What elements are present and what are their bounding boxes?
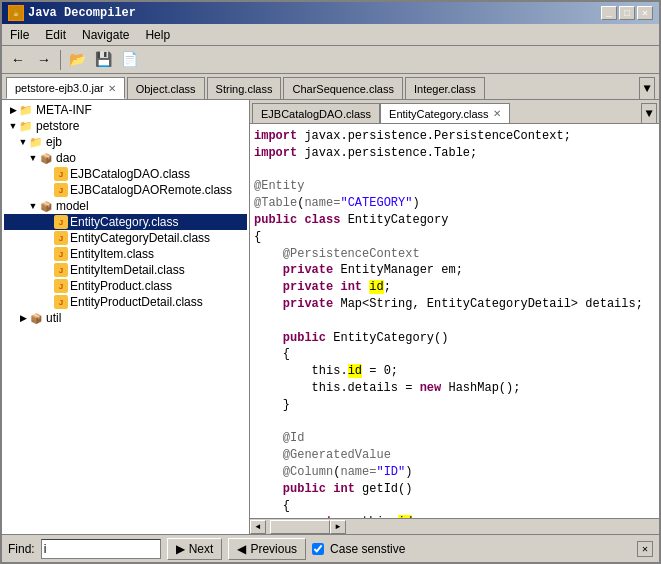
outer-tab-integer[interactable]: Integer.class bbox=[405, 77, 485, 99]
tree-label-entitycategorydetail: EntityCategoryDetail.class bbox=[70, 231, 210, 245]
scroll-right-button[interactable]: ► bbox=[330, 520, 346, 534]
code-line-20: @GeneratedValue bbox=[254, 447, 655, 464]
tree-item-ejbcatalogdaoremote[interactable]: J EJBCatalogDAORemote.class bbox=[4, 182, 247, 198]
maximize-button[interactable]: □ bbox=[619, 6, 635, 20]
code-line-14: { bbox=[254, 346, 655, 363]
tree-label-petstore: petstore bbox=[36, 119, 79, 133]
outer-tab-charsequence-label: CharSequence.class bbox=[292, 83, 394, 95]
inner-tab-entitycategory[interactable]: EntityCategory.class ✕ bbox=[380, 103, 509, 123]
menu-help[interactable]: Help bbox=[141, 27, 174, 43]
outer-tab-object[interactable]: Object.class bbox=[127, 77, 205, 99]
outer-tab-string[interactable]: String.class bbox=[207, 77, 282, 99]
toggle-util[interactable]: ▶ bbox=[18, 313, 28, 323]
java-icon-entityproductdetail: J bbox=[54, 295, 68, 309]
code-line-18 bbox=[254, 414, 655, 431]
code-line-8: @PersistenceContext bbox=[254, 246, 655, 263]
toolbar-separator bbox=[60, 50, 61, 70]
horizontal-scrollbar[interactable]: ◄ ► bbox=[250, 518, 659, 534]
java-icon-ejbcatalogdaoremote: J bbox=[54, 183, 68, 197]
outer-tab-charsequence[interactable]: CharSequence.class bbox=[283, 77, 403, 99]
folder-icon-ejb: 📁 bbox=[28, 135, 44, 149]
tree-item-entityproduct[interactable]: J EntityProduct.class bbox=[4, 278, 247, 294]
code-line-3 bbox=[254, 162, 655, 179]
code-line-15: this.id = 0; bbox=[254, 363, 655, 380]
tree-item-util[interactable]: ▶ 📦 util bbox=[4, 310, 247, 326]
scroll-thumb-h[interactable] bbox=[270, 520, 330, 534]
window-title: Java Decompiler bbox=[28, 6, 136, 20]
tree-label-metainf: META-INF bbox=[36, 103, 92, 117]
toggle-model[interactable]: ▼ bbox=[28, 201, 38, 211]
tree-item-entityproductdetail[interactable]: J EntityProductDetail.class bbox=[4, 294, 247, 310]
left-panel: ▶ 📁 META-INF ▼ 📁 petstore ▼ 📁 ejb bbox=[2, 100, 250, 534]
tree-item-ejb[interactable]: ▼ 📁 ejb bbox=[4, 134, 247, 150]
menu-file[interactable]: File bbox=[6, 27, 33, 43]
tree-item-entitycategorydetail[interactable]: J EntityCategoryDetail.class bbox=[4, 230, 247, 246]
code-line-7: { bbox=[254, 229, 655, 246]
tree-item-entitycategory[interactable]: J EntityCategory.class bbox=[4, 214, 247, 230]
java-icon-entitycategory: J bbox=[54, 215, 68, 229]
menu-edit[interactable]: Edit bbox=[41, 27, 70, 43]
tree-item-dao[interactable]: ▼ 📦 dao bbox=[4, 150, 247, 166]
code-line-9: private EntityManager em; bbox=[254, 262, 655, 279]
outer-tab-jar-close[interactable]: ✕ bbox=[108, 83, 116, 94]
code-line-6: public class EntityCategory bbox=[254, 212, 655, 229]
tree-item-entityitemdetail[interactable]: J EntityItemDetail.class bbox=[4, 262, 247, 278]
pkg-icon-model: 📦 bbox=[38, 199, 54, 213]
toggle-ejb[interactable]: ▼ bbox=[18, 137, 28, 147]
inner-tab-ejbcatalogdao[interactable]: EJBCatalogDAO.class bbox=[252, 103, 380, 123]
inner-tab-entitycategory-close[interactable]: ✕ bbox=[493, 108, 501, 119]
tree-item-entityitem[interactable]: J EntityItem.class bbox=[4, 246, 247, 262]
tree-item-ejbcatalogdao[interactable]: J EJBCatalogDAO.class bbox=[4, 166, 247, 182]
title-bar-buttons: _ □ ✕ bbox=[601, 6, 653, 20]
outer-tab-jar-label: petstore-ejb3.0.jar bbox=[15, 82, 104, 94]
code-line-19: @Id bbox=[254, 430, 655, 447]
code-line-2: import javax.persistence.Table; bbox=[254, 145, 655, 162]
tree-item-petstore[interactable]: ▼ 📁 petstore bbox=[4, 118, 247, 134]
title-bar-left: ☕ Java Decompiler bbox=[8, 5, 136, 21]
menu-navigate[interactable]: Navigate bbox=[78, 27, 133, 43]
toggle-dao[interactable]: ▼ bbox=[28, 153, 38, 163]
folder-icon-petstore: 📁 bbox=[18, 119, 34, 133]
java-icon-ejbcatalogdao: J bbox=[54, 167, 68, 181]
find-bar-close-button[interactable]: ✕ bbox=[637, 541, 653, 557]
pkg-icon-dao: 📦 bbox=[38, 151, 54, 165]
outer-tab-integer-label: Integer.class bbox=[414, 83, 476, 95]
toolbar: ← → 📂 💾 📄 bbox=[2, 46, 659, 74]
inner-tab-ejbcatalogdao-label: EJBCatalogDAO.class bbox=[261, 108, 371, 120]
next-button[interactable]: ▶ Next bbox=[167, 538, 223, 560]
menu-bar: File Edit Navigate Help bbox=[2, 24, 659, 46]
save-button[interactable]: 💾 bbox=[91, 49, 115, 71]
code-line-17: } bbox=[254, 397, 655, 414]
pkg-icon-util: 📦 bbox=[28, 311, 44, 325]
outer-tab-jar[interactable]: petstore-ejb3.0.jar ✕ bbox=[6, 77, 125, 99]
tree-label-entityproductdetail: EntityProductDetail.class bbox=[70, 295, 203, 309]
main-window: ☕ Java Decompiler _ □ ✕ File Edit Naviga… bbox=[0, 0, 661, 564]
previous-button[interactable]: ◀ Previous bbox=[228, 538, 306, 560]
close-window-button[interactable]: ✕ bbox=[637, 6, 653, 20]
outer-tab-dropdown[interactable]: ▼ bbox=[639, 77, 655, 99]
tree-label-util: util bbox=[46, 311, 61, 325]
tree-label-ejbcatalogdao: EJBCatalogDAO.class bbox=[70, 167, 190, 181]
toggle-petstore[interactable]: ▼ bbox=[8, 121, 18, 131]
toggle-metainf[interactable]: ▶ bbox=[8, 105, 18, 115]
inner-tab-dropdown[interactable]: ▼ bbox=[641, 103, 657, 123]
case-sensitive-checkbox[interactable] bbox=[312, 543, 324, 555]
minimize-button[interactable]: _ bbox=[601, 6, 617, 20]
java-icon-entityitem: J bbox=[54, 247, 68, 261]
open-button[interactable]: 📂 bbox=[65, 49, 89, 71]
tree-item-model[interactable]: ▼ 📦 model bbox=[4, 198, 247, 214]
outer-tab-bar: petstore-ejb3.0.jar ✕ Object.class Strin… bbox=[2, 74, 659, 100]
forward-button[interactable]: → bbox=[32, 49, 56, 71]
find-input[interactable] bbox=[41, 539, 161, 559]
file-tree[interactable]: ▶ 📁 META-INF ▼ 📁 petstore ▼ 📁 ejb bbox=[2, 100, 249, 534]
export-button[interactable]: 📄 bbox=[117, 49, 141, 71]
back-button[interactable]: ← bbox=[6, 49, 30, 71]
code-area[interactable]: import javax.persistence.PersistenceCont… bbox=[250, 124, 659, 518]
code-line-16: this.details = new HashMap(); bbox=[254, 380, 655, 397]
scroll-left-button[interactable]: ◄ bbox=[250, 520, 266, 534]
inner-tab-entitycategory-label: EntityCategory.class bbox=[389, 108, 488, 120]
tree-item-metainf[interactable]: ▶ 📁 META-INF bbox=[4, 102, 247, 118]
find-bar: Find: ▶ Next ◀ Previous Case senstive ✕ bbox=[2, 534, 659, 562]
java-icon-entityproduct: J bbox=[54, 279, 68, 293]
tree-label-dao: dao bbox=[56, 151, 76, 165]
